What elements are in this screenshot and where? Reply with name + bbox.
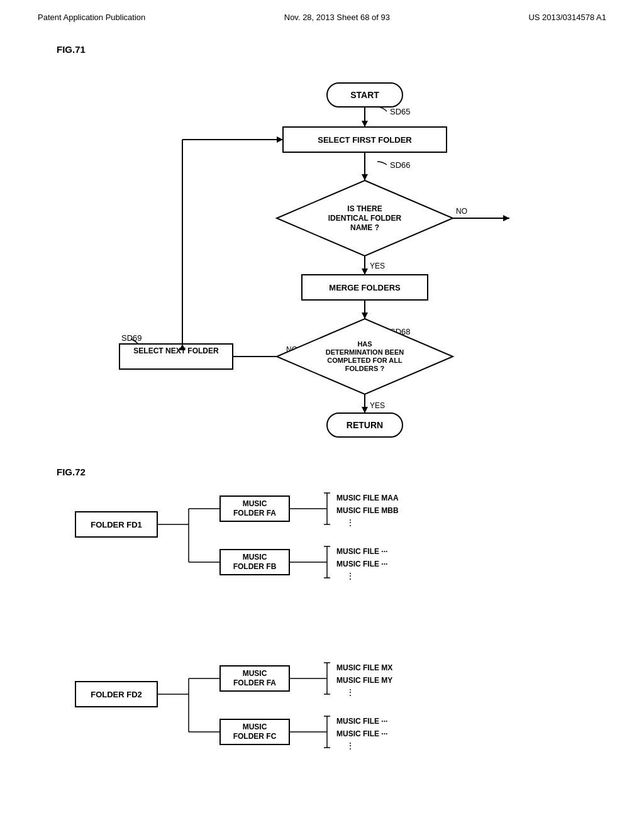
- header-left: Patent Application Publication: [38, 13, 145, 22]
- svg-text:IS THERE: IS THERE: [347, 204, 382, 213]
- svg-text:FOLDER FB: FOLDER FB: [233, 562, 277, 571]
- page: Patent Application Publication Nov. 28, …: [0, 0, 644, 830]
- svg-text:COMPLETED FOR ALL: COMPLETED FOR ALL: [327, 357, 402, 364]
- svg-text:SELECT NEXT FOLDER: SELECT NEXT FOLDER: [133, 346, 219, 355]
- svg-text:HAS: HAS: [357, 340, 372, 348]
- svg-text:FOLDER FA: FOLDER FA: [233, 678, 276, 687]
- svg-text:MUSIC: MUSIC: [243, 499, 267, 508]
- svg-text:MUSIC FILE MX: MUSIC FILE MX: [336, 663, 392, 672]
- svg-marker-7: [503, 215, 509, 221]
- svg-text:YES: YES: [370, 262, 385, 270]
- fig71-label: FIG.71: [57, 44, 606, 55]
- svg-text:MUSIC: MUSIC: [243, 669, 267, 678]
- svg-text:SELECT FIRST FOLDER: SELECT FIRST FOLDER: [318, 135, 412, 145]
- page-header: Patent Application Publication Nov. 28, …: [38, 13, 606, 25]
- header-middle: Nov. 28, 2013 Sheet 68 of 93: [284, 13, 390, 22]
- svg-text:MUSIC FILE ···: MUSIC FILE ···: [336, 729, 387, 738]
- flowchart-svg: SD65 SD66 NO YES SD67 SD68: [38, 64, 604, 441]
- svg-text:FOLDER FD1: FOLDER FD1: [91, 520, 142, 529]
- svg-text:MUSIC FILE ···: MUSIC FILE ···: [336, 560, 387, 568]
- svg-marker-1: [362, 121, 368, 127]
- svg-text:FOLDERS ?: FOLDERS ?: [345, 365, 385, 372]
- svg-text:START: START: [350, 90, 379, 100]
- svg-text:MUSIC FILE ···: MUSIC FILE ···: [336, 547, 387, 556]
- svg-text:FOLDER FD2: FOLDER FD2: [91, 690, 142, 699]
- svg-marker-4: [362, 174, 368, 180]
- svg-text:SD66: SD66: [390, 160, 411, 170]
- svg-text:YES: YES: [370, 401, 385, 410]
- svg-text:SD69: SD69: [121, 333, 142, 343]
- svg-text:RETURN: RETURN: [347, 420, 383, 430]
- svg-text:IDENTICAL FOLDER: IDENTICAL FOLDER: [328, 214, 402, 223]
- svg-text:⋮: ⋮: [346, 687, 355, 697]
- fig72-label: FIG.72: [57, 467, 606, 477]
- svg-text:⋮: ⋮: [346, 741, 355, 751]
- svg-text:SD65: SD65: [390, 107, 411, 116]
- svg-text:FOLDER FA: FOLDER FA: [233, 509, 276, 517]
- flowchart-fig71: SD65 SD66 NO YES SD67 SD68: [38, 64, 606, 441]
- svg-marker-10: [362, 268, 368, 275]
- svg-text:DETERMINATION BEEN: DETERMINATION BEEN: [326, 348, 404, 356]
- svg-text:MUSIC FILE ···: MUSIC FILE ···: [336, 717, 387, 726]
- svg-marker-20: [277, 136, 283, 143]
- svg-marker-14: [362, 313, 368, 319]
- svg-text:NAME ?: NAME ?: [350, 223, 379, 232]
- svg-text:MERGE FOLDERS: MERGE FOLDERS: [329, 283, 401, 292]
- svg-text:MUSIC: MUSIC: [243, 722, 267, 731]
- svg-text:MUSIC FILE MBB: MUSIC FILE MBB: [336, 506, 399, 515]
- svg-text:NO: NO: [456, 207, 467, 216]
- svg-text:⋮: ⋮: [346, 571, 355, 581]
- tree-svg: FOLDER FD1 MUSIC FOLDER FA MUSIC FILE MA…: [38, 487, 604, 830]
- svg-text:MUSIC FILE MAA: MUSIC FILE MAA: [336, 494, 399, 502]
- tree-fig72: FOLDER FD1 MUSIC FOLDER FA MUSIC FILE MA…: [38, 487, 606, 830]
- svg-text:MUSIC: MUSIC: [243, 553, 267, 562]
- svg-text:⋮: ⋮: [346, 517, 355, 528]
- svg-text:FOLDER FC: FOLDER FC: [233, 732, 277, 741]
- svg-marker-22: [362, 407, 368, 413]
- header-right: US 2013/0314578 A1: [528, 13, 606, 22]
- svg-text:MUSIC FILE MY: MUSIC FILE MY: [336, 676, 392, 685]
